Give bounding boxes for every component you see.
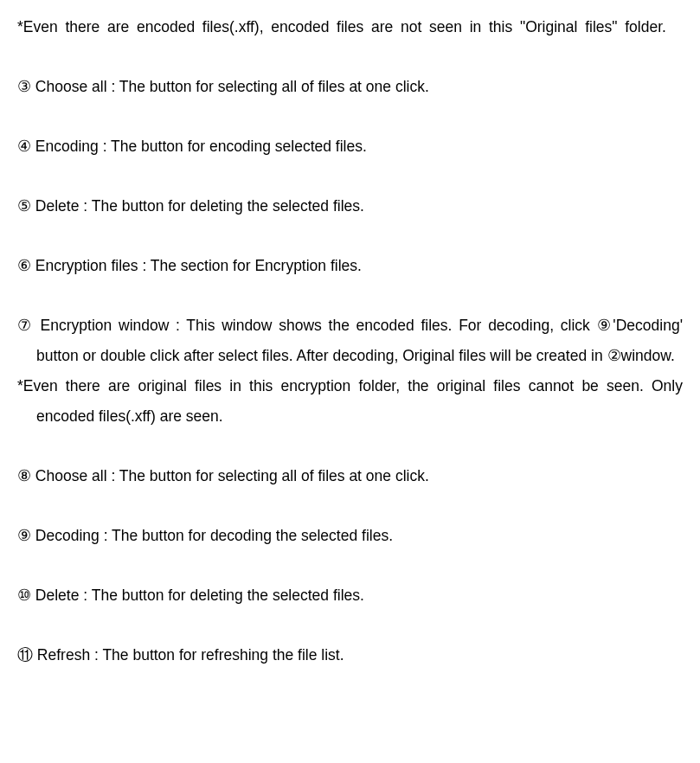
note-encoded-files: *Even there are encoded files(.xff), enc… <box>17 12 683 42</box>
item-5-delete: ⑤ Delete : The button for deleting the s… <box>17 191 683 221</box>
item-10-delete: ⑩ Delete : The button for deleting the s… <box>17 580 683 611</box>
item-9-decoding: ⑨ Decoding : The button for decoding the… <box>17 521 683 551</box>
item-6-encryption-files: ⑥ Encryption files : The section for Enc… <box>17 251 683 281</box>
item-7-encryption-window: ⑦ Encryption window : This window shows … <box>17 311 683 371</box>
note-original-files: *Even there are original files in this e… <box>17 371 683 432</box>
item-8-choose-all: ⑧ Choose all : The button for selecting … <box>17 461 683 491</box>
item-4-encoding: ④ Encoding : The button for encoding sel… <box>17 131 683 162</box>
item-11-refresh: ⑪ Refresh : The button for refreshing th… <box>17 640 683 670</box>
item-3-choose-all: ③ Choose all : The button for selecting … <box>17 72 683 102</box>
